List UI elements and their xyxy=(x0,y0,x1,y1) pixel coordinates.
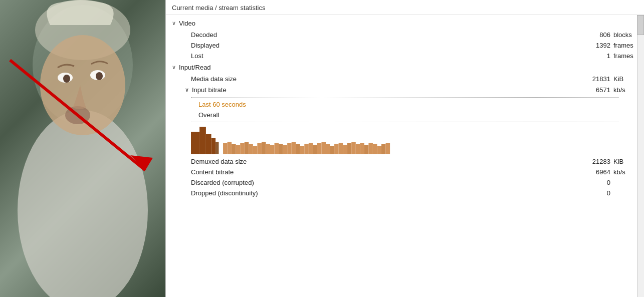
overall-row: Overall xyxy=(166,110,644,120)
svg-rect-35 xyxy=(300,146,305,154)
svg-rect-44 xyxy=(339,143,343,154)
dropped-discontinuity-label: Dropped (discontinuity) xyxy=(191,189,580,197)
svg-rect-38 xyxy=(313,145,317,154)
inputread-section-header[interactable]: ∨ Input/Read xyxy=(166,61,644,74)
svg-rect-48 xyxy=(356,144,360,154)
svg-rect-37 xyxy=(309,143,313,154)
demuxed-data-size-label: Demuxed data size xyxy=(191,158,580,165)
content-bitrate-unit: kb/s xyxy=(610,168,638,176)
decoded-unit: blocks xyxy=(610,31,638,39)
lost-unit: frames xyxy=(610,52,638,60)
svg-rect-47 xyxy=(351,142,356,154)
input-bitrate-label: Input bitrate xyxy=(192,86,227,94)
svg-rect-32 xyxy=(287,143,292,154)
input-bitrate-chevron-icon: ∨ xyxy=(185,87,189,93)
displayed-row: Displayed 1392 frames xyxy=(166,40,644,51)
svg-rect-45 xyxy=(343,145,347,154)
svg-rect-25 xyxy=(257,143,262,154)
svg-rect-33 xyxy=(292,142,296,154)
svg-rect-36 xyxy=(304,144,309,154)
content-bitrate-value: 6964 xyxy=(580,168,610,176)
svg-rect-18 xyxy=(228,142,232,154)
svg-rect-20 xyxy=(236,145,241,154)
lost-value: 1 xyxy=(580,52,610,60)
video-section-label: Video xyxy=(179,20,195,27)
svg-rect-13 xyxy=(206,134,211,154)
svg-rect-46 xyxy=(347,143,352,154)
video-background xyxy=(0,0,165,297)
svg-rect-43 xyxy=(334,144,339,154)
lost-label: Lost xyxy=(191,52,580,60)
svg-rect-21 xyxy=(240,143,245,154)
video-panel xyxy=(0,0,165,297)
svg-rect-49 xyxy=(360,143,364,154)
svg-rect-51 xyxy=(368,143,373,154)
input-bitrate-header[interactable]: ∨ Input bitrate 6571 kb/s xyxy=(166,84,644,96)
displayed-label: Displayed xyxy=(191,42,580,49)
decoded-value: 806 xyxy=(580,31,610,39)
svg-rect-17 xyxy=(223,143,228,154)
dropped-discontinuity-value: 0 xyxy=(580,189,610,197)
discarded-corrupted-label: Discarded (corrupted) xyxy=(191,179,580,186)
displayed-value: 1392 xyxy=(580,42,610,49)
scrollbar-track[interactable] xyxy=(637,15,644,297)
media-data-size-value: 21831 xyxy=(580,75,610,83)
svg-rect-39 xyxy=(317,143,322,154)
overall-label: Overall xyxy=(198,111,638,119)
svg-rect-14 xyxy=(211,138,216,154)
svg-rect-11 xyxy=(191,132,199,154)
decoded-label: Decoded xyxy=(191,31,580,39)
inputread-section-label: Input/Read xyxy=(179,64,211,71)
svg-rect-22 xyxy=(245,142,249,154)
video-section-header[interactable]: ∨ Video xyxy=(166,17,644,30)
stats-panel: Current media / stream statistics ∨ Vide… xyxy=(165,0,644,297)
content-bitrate-row: Content bitrate 6964 kb/s xyxy=(166,167,644,177)
demuxed-data-size-row: Demuxed data size 21283 KiB xyxy=(166,156,644,167)
content-bitrate-label: Content bitrate xyxy=(191,168,580,176)
svg-rect-42 xyxy=(330,146,335,154)
dotted-divider-2 xyxy=(191,122,619,122)
demuxed-data-size-value: 21283 xyxy=(580,158,610,165)
svg-rect-40 xyxy=(321,142,326,154)
video-chevron-icon: ∨ xyxy=(172,20,176,27)
svg-rect-29 xyxy=(275,143,279,154)
bitrate-chart xyxy=(191,124,619,154)
svg-rect-41 xyxy=(326,144,330,154)
dropped-discontinuity-row: Dropped (discontinuity) 0 xyxy=(166,188,644,198)
input-bitrate-value: 6571 xyxy=(580,86,610,94)
media-data-size-unit: KiB xyxy=(610,75,638,83)
displayed-unit: frames xyxy=(610,42,638,49)
discarded-corrupted-row: Discarded (corrupted) 0 xyxy=(166,177,644,188)
svg-rect-15 xyxy=(216,142,219,154)
media-data-size-label: Media data size xyxy=(191,75,580,83)
svg-rect-53 xyxy=(377,146,381,154)
stats-content[interactable]: ∨ Video Decoded 806 blocks Displayed 139… xyxy=(166,15,644,297)
svg-rect-50 xyxy=(364,145,369,154)
svg-rect-55 xyxy=(386,143,390,154)
lost-row: Lost 1 frames xyxy=(166,51,644,61)
svg-rect-52 xyxy=(373,144,377,154)
svg-rect-34 xyxy=(296,144,300,154)
chart-svg xyxy=(191,124,619,154)
last-60-seconds-label: Last 60 seconds xyxy=(198,101,638,108)
svg-rect-30 xyxy=(279,144,283,154)
svg-rect-19 xyxy=(232,144,236,154)
svg-rect-12 xyxy=(199,127,206,154)
svg-rect-54 xyxy=(381,144,386,154)
decoded-row: Decoded 806 blocks xyxy=(166,30,644,40)
svg-rect-26 xyxy=(262,142,266,154)
inputread-chevron-icon: ∨ xyxy=(172,64,176,71)
last-60-seconds-row: Last 60 seconds xyxy=(166,99,644,110)
scrollbar-thumb[interactable] xyxy=(637,15,644,35)
svg-rect-28 xyxy=(270,145,275,154)
input-bitrate-unit: kb/s xyxy=(610,86,638,94)
dotted-divider-1 xyxy=(191,97,619,98)
svg-rect-24 xyxy=(253,146,258,154)
demuxed-data-size-unit: KiB xyxy=(610,158,638,165)
svg-rect-31 xyxy=(283,145,288,154)
discarded-corrupted-value: 0 xyxy=(580,179,610,186)
svg-rect-27 xyxy=(266,144,270,154)
media-data-size-row: Media data size 21831 KiB xyxy=(166,74,644,84)
svg-rect-23 xyxy=(249,144,253,154)
stats-title: Current media / stream statistics xyxy=(166,0,644,15)
